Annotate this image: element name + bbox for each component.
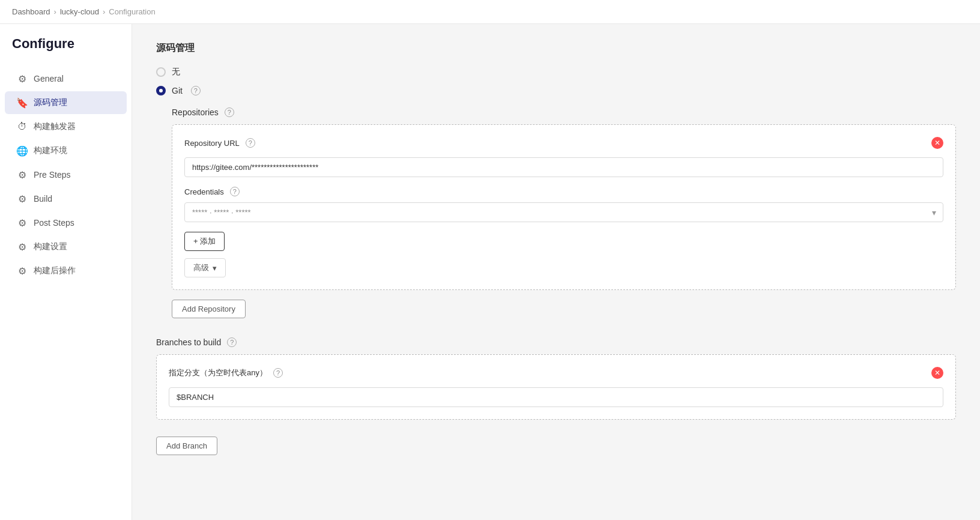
sidebar-item-general[interactable]: ⚙ General: [5, 67, 127, 90]
sidebar-item-postbuild[interactable]: ⚙ 构建后操作: [5, 259, 127, 282]
add-repository-label: Add Repository: [182, 304, 235, 313]
git-help-icon[interactable]: ?: [191, 86, 201, 95]
sidebar-item-build-label: Build: [34, 194, 52, 204]
add-branch-button[interactable]: Add Branch: [156, 437, 217, 455]
breadcrumb-project[interactable]: lucky-cloud: [60, 7, 99, 16]
sidebar-item-trigger-label: 构建触发器: [34, 121, 76, 132]
branch-specifier-help-icon[interactable]: ?: [273, 368, 283, 378]
sidebar-item-poststeps[interactable]: ⚙ Post Steps: [5, 211, 127, 234]
build-icon: ⚙: [17, 193, 28, 204]
sidebar-title: Configure: [0, 36, 132, 66]
section-title: 源码管理: [156, 42, 956, 55]
credentials-select-wrapper: ***** · ***** · ***** ▾: [184, 202, 943, 222]
advanced-label: 高级: [193, 262, 209, 273]
branch-box-header: 指定分支（为空时代表any） ? ✕: [169, 367, 943, 379]
settings-icon: ⚙: [17, 241, 28, 252]
breadcrumb: Dashboard › lucky-cloud › Configuration: [0, 0, 980, 24]
advanced-chevron-icon: ▾: [213, 264, 217, 273]
sidebar-item-build[interactable]: ⚙ Build: [5, 187, 127, 210]
sidebar-item-poststeps-label: Post Steps: [34, 218, 74, 228]
repository-box: Repository URL ? ✕ Credentials ? ***** ·…: [172, 124, 956, 290]
radio-group: 无 Git ?: [156, 67, 956, 95]
sidebar-item-presteps-label: Pre Steps: [34, 170, 70, 180]
breadcrumb-sep1: ›: [54, 7, 56, 16]
radio-none[interactable]: 无: [156, 67, 956, 77]
sidebar-item-source-label: 源码管理: [34, 97, 67, 108]
remove-branch-button[interactable]: ✕: [931, 367, 943, 379]
branches-section: Branches to build ? 指定分支（为空时代表any） ? ✕ A…: [156, 337, 956, 455]
general-icon: ⚙: [17, 73, 28, 84]
credentials-value: ***** · ***** · *****: [192, 208, 251, 217]
repo-url-help-icon[interactable]: ?: [246, 138, 255, 148]
branches-help-icon[interactable]: ?: [227, 337, 237, 347]
sidebar-item-env[interactable]: 🌐 构建环境: [5, 139, 127, 162]
radio-git[interactable]: Git ?: [156, 86, 956, 95]
repositories-label: Repositories ?: [172, 107, 956, 117]
radio-git-circle[interactable]: [156, 86, 166, 95]
advanced-button[interactable]: 高级 ▾: [184, 258, 226, 277]
add-credentials-button[interactable]: + 添加: [184, 232, 225, 251]
credentials-select[interactable]: ***** · ***** · *****: [184, 202, 943, 222]
sidebar-item-source[interactable]: 🔖 源码管理: [5, 91, 127, 114]
breadcrumb-sep2: ›: [103, 7, 105, 16]
sidebar-item-presteps[interactable]: ⚙ Pre Steps: [5, 163, 127, 186]
main-content: 源码管理 无 Git ? Repositories ? Repository U…: [132, 24, 980, 520]
branch-box: 指定分支（为空时代表any） ? ✕: [156, 354, 956, 420]
repositories-section: Repositories ? Repository URL ? ✕ Creden…: [172, 107, 956, 333]
sidebar-item-trigger[interactable]: ⏱ 构建触发器: [5, 115, 127, 138]
add-repository-button[interactable]: Add Repository: [172, 300, 246, 318]
radio-none-circle[interactable]: [156, 67, 166, 77]
env-icon: 🌐: [17, 145, 28, 156]
credentials-label: Credentials ?: [184, 187, 943, 196]
presteps-icon: ⚙: [17, 169, 28, 180]
repository-box-header: Repository URL ? ✕: [184, 137, 943, 149]
breadcrumb-current: Configuration: [109, 7, 155, 16]
repositories-help-icon[interactable]: ?: [225, 107, 234, 117]
repository-url-title: Repository URL ?: [184, 138, 255, 148]
source-icon: 🔖: [17, 97, 28, 108]
radio-git-label: Git: [172, 86, 183, 95]
credentials-help-icon[interactable]: ?: [230, 187, 240, 196]
postbuild-icon: ⚙: [17, 265, 28, 276]
radio-none-label: 无: [172, 67, 180, 77]
branches-label: Branches to build ?: [156, 337, 956, 347]
sidebar-item-postbuild-label: 构建后操作: [34, 265, 76, 276]
poststeps-icon: ⚙: [17, 217, 28, 228]
sidebar-item-settings-label: 构建设置: [34, 241, 67, 252]
add-credentials-label: + 添加: [193, 236, 216, 247]
branch-input[interactable]: [169, 387, 943, 407]
breadcrumb-dashboard[interactable]: Dashboard: [12, 7, 50, 16]
sidebar-item-settings[interactable]: ⚙ 构建设置: [5, 235, 127, 258]
sidebar-item-general-label: General: [34, 74, 64, 83]
repository-url-input[interactable]: [184, 157, 943, 177]
branch-specifier-title: 指定分支（为空时代表any） ?: [169, 367, 283, 378]
sidebar-item-env-label: 构建环境: [34, 145, 67, 156]
trigger-icon: ⏱: [17, 121, 28, 132]
remove-repository-button[interactable]: ✕: [931, 137, 943, 149]
sidebar: Configure ⚙ General 🔖 源码管理 ⏱ 构建触发器 🌐 构建环…: [0, 24, 132, 520]
add-branch-label: Add Branch: [166, 441, 207, 450]
